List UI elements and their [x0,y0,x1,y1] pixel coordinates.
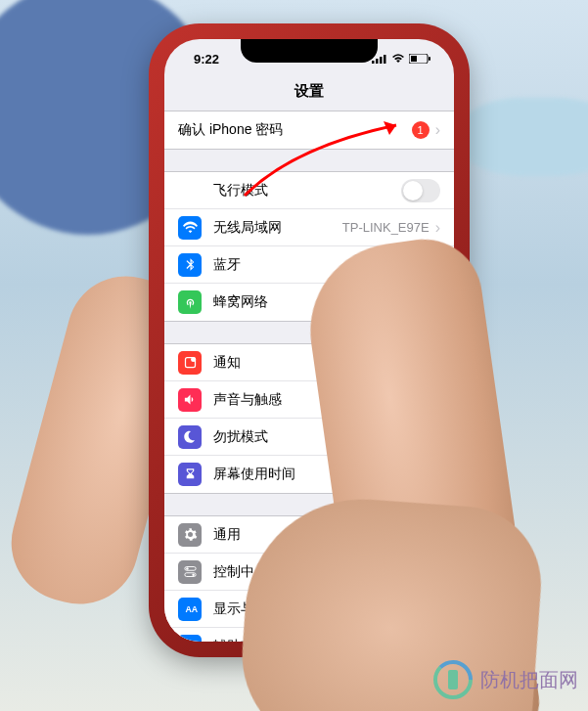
airplane-icon [178,179,202,202]
bluetooth-icon [178,253,202,277]
row-airplane-mode[interactable]: 飞行模式 [164,172,454,209]
svg-point-14 [189,641,192,642]
watermark-text: 防机把面网 [480,667,578,693]
sounds-icon [178,388,202,412]
svg-point-8 [191,357,196,362]
accessibility-icon [178,635,202,643]
row-label: 飞行模式 [213,182,401,200]
gear-icon [178,523,202,547]
hourglass-icon [178,463,202,486]
battery-icon [409,54,430,64]
svg-rect-2 [380,57,383,64]
svg-rect-1 [376,59,379,64]
toggles-icon [178,560,202,584]
wifi-status-icon [391,54,405,64]
svg-rect-0 [372,61,375,64]
svg-rect-5 [411,56,417,62]
svg-point-10 [186,567,189,570]
row-label: 确认 iPhone 密码 [178,121,412,139]
watermark: 防机把面网 [431,658,578,701]
status-indicators [372,54,430,64]
display-icon: AA [178,598,202,621]
row-value: TP-LINK_E97E [342,220,430,235]
moon-icon [178,425,202,449]
chevron-right-icon: › [435,121,440,139]
notifications-icon [178,351,202,375]
row-confirm-password[interactable]: 确认 iPhone 密码 1 › [164,111,454,149]
svg-rect-25 [448,670,458,689]
page-title: 设置 [164,78,454,111]
wifi-icon [178,216,202,240]
svg-text:AA: AA [185,604,198,614]
group-confirm: 确认 iPhone 密码 1 › [164,111,454,150]
watermark-logo-icon [431,658,475,701]
status-time: 9:22 [194,52,219,67]
airplane-toggle[interactable] [401,179,440,202]
notch [241,39,378,63]
badge-icon: 1 [412,121,430,139]
chevron-right-icon: › [435,219,440,237]
cellular-icon [178,290,202,314]
svg-rect-6 [429,57,430,61]
svg-point-12 [192,573,195,576]
svg-rect-3 [384,55,386,64]
row-label: 无线局域网 [213,219,342,237]
